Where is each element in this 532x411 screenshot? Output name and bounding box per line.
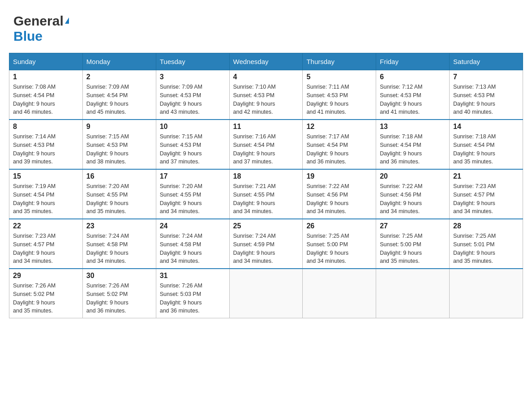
- day-info: Sunrise: 7:15 AMSunset: 4:53 PMDaylight:…: [86, 133, 152, 166]
- day-info: Sunrise: 7:18 AMSunset: 4:54 PMDaylight:…: [380, 133, 446, 166]
- day-info: Sunrise: 7:16 AMSunset: 4:54 PMDaylight:…: [233, 133, 299, 166]
- calendar-cell: 16Sunrise: 7:20 AMSunset: 4:55 PMDayligh…: [82, 169, 156, 219]
- day-number: 25: [233, 222, 299, 230]
- day-number: 3: [160, 73, 226, 81]
- calendar-week-row: 8Sunrise: 7:14 AMSunset: 4:53 PMDaylight…: [9, 120, 523, 169]
- day-number: 2: [86, 73, 152, 81]
- calendar-cell: 6Sunrise: 7:12 AMSunset: 4:53 PMDaylight…: [376, 70, 450, 120]
- calendar-table: SundayMondayTuesdayWednesdayThursdayFrid…: [9, 53, 523, 318]
- logo-triangle: [65, 17, 69, 24]
- calendar-cell: 14Sunrise: 7:18 AMSunset: 4:54 PMDayligh…: [450, 120, 523, 169]
- day-info: Sunrise: 7:25 AMSunset: 5:01 PMDaylight:…: [453, 232, 519, 265]
- calendar-cell: 12Sunrise: 7:17 AMSunset: 4:54 PMDayligh…: [303, 120, 376, 169]
- calendar-header-row: SundayMondayTuesdayWednesdayThursdayFrid…: [9, 53, 523, 70]
- day-info: Sunrise: 7:20 AMSunset: 4:55 PMDaylight:…: [86, 182, 152, 216]
- day-info: Sunrise: 7:26 AMSunset: 5:02 PMDaylight:…: [86, 282, 152, 315]
- day-number: 23: [86, 222, 152, 230]
- calendar-cell: 3Sunrise: 7:09 AMSunset: 4:53 PMDaylight…: [156, 70, 229, 120]
- calendar-cell: [376, 269, 450, 318]
- day-number: 18: [233, 172, 299, 180]
- day-info: Sunrise: 7:09 AMSunset: 4:54 PMDaylight:…: [86, 83, 152, 116]
- calendar-cell: 2Sunrise: 7:09 AMSunset: 4:54 PMDaylight…: [82, 70, 156, 120]
- logo: General Blue: [13, 13, 69, 44]
- calendar-week-row: 29Sunrise: 7:26 AMSunset: 5:02 PMDayligh…: [9, 269, 523, 318]
- day-info: Sunrise: 7:25 AMSunset: 5:00 PMDaylight:…: [380, 232, 446, 265]
- header-wednesday: Wednesday: [229, 53, 303, 70]
- day-info: Sunrise: 7:20 AMSunset: 4:55 PMDaylight:…: [160, 182, 226, 216]
- calendar-cell: 21Sunrise: 7:23 AMSunset: 4:57 PMDayligh…: [450, 169, 523, 219]
- day-number: 27: [380, 222, 446, 230]
- day-number: 31: [160, 272, 226, 280]
- day-info: Sunrise: 7:22 AMSunset: 4:56 PMDaylight:…: [380, 182, 446, 216]
- day-number: 16: [86, 172, 152, 180]
- calendar-cell: 15Sunrise: 7:19 AMSunset: 4:54 PMDayligh…: [9, 169, 83, 219]
- day-number: 24: [160, 222, 226, 230]
- day-number: 13: [380, 123, 446, 131]
- calendar-cell: 10Sunrise: 7:15 AMSunset: 4:53 PMDayligh…: [156, 120, 229, 169]
- day-info: Sunrise: 7:08 AMSunset: 4:54 PMDaylight:…: [13, 83, 79, 116]
- day-info: Sunrise: 7:21 AMSunset: 4:55 PMDaylight:…: [233, 182, 299, 216]
- day-info: Sunrise: 7:14 AMSunset: 4:53 PMDaylight:…: [13, 133, 79, 166]
- header-monday: Monday: [82, 53, 156, 70]
- day-info: Sunrise: 7:24 AMSunset: 4:58 PMDaylight:…: [160, 232, 226, 265]
- calendar-cell: [303, 269, 376, 318]
- calendar-cell: 26Sunrise: 7:25 AMSunset: 5:00 PMDayligh…: [303, 219, 376, 269]
- calendar-cell: 27Sunrise: 7:25 AMSunset: 5:00 PMDayligh…: [376, 219, 450, 269]
- day-number: 26: [306, 222, 372, 230]
- day-number: 15: [13, 172, 79, 180]
- calendar-cell: 24Sunrise: 7:24 AMSunset: 4:58 PMDayligh…: [156, 219, 229, 269]
- calendar-cell: 28Sunrise: 7:25 AMSunset: 5:01 PMDayligh…: [450, 219, 523, 269]
- calendar-cell: 29Sunrise: 7:26 AMSunset: 5:02 PMDayligh…: [9, 269, 83, 318]
- calendar-cell: 4Sunrise: 7:10 AMSunset: 4:53 PMDaylight…: [229, 70, 303, 120]
- day-number: 4: [233, 73, 299, 81]
- day-number: 8: [13, 123, 79, 131]
- calendar-cell: [229, 269, 303, 318]
- header-sunday: Sunday: [9, 53, 83, 70]
- day-number: 19: [306, 172, 372, 180]
- page-header: General Blue: [9, 9, 523, 44]
- day-number: 29: [13, 272, 79, 280]
- calendar-week-row: 15Sunrise: 7:19 AMSunset: 4:54 PMDayligh…: [9, 169, 523, 219]
- day-info: Sunrise: 7:13 AMSunset: 4:53 PMDaylight:…: [453, 83, 519, 116]
- day-number: 7: [453, 73, 519, 81]
- day-info: Sunrise: 7:25 AMSunset: 5:00 PMDaylight:…: [306, 232, 372, 265]
- day-info: Sunrise: 7:18 AMSunset: 4:54 PMDaylight:…: [453, 133, 519, 166]
- day-info: Sunrise: 7:23 AMSunset: 4:57 PMDaylight:…: [13, 232, 79, 265]
- calendar-cell: 1Sunrise: 7:08 AMSunset: 4:54 PMDaylight…: [9, 70, 83, 120]
- calendar-week-row: 1Sunrise: 7:08 AMSunset: 4:54 PMDaylight…: [9, 70, 523, 120]
- day-number: 9: [86, 123, 152, 131]
- day-number: 6: [380, 73, 446, 81]
- header-tuesday: Tuesday: [156, 53, 229, 70]
- day-number: 17: [160, 172, 226, 180]
- calendar-cell: 17Sunrise: 7:20 AMSunset: 4:55 PMDayligh…: [156, 169, 229, 219]
- calendar-cell: 18Sunrise: 7:21 AMSunset: 4:55 PMDayligh…: [229, 169, 303, 219]
- day-number: 11: [233, 123, 299, 131]
- day-number: 30: [86, 272, 152, 280]
- calendar-cell: 30Sunrise: 7:26 AMSunset: 5:02 PMDayligh…: [82, 269, 156, 318]
- day-info: Sunrise: 7:09 AMSunset: 4:53 PMDaylight:…: [160, 83, 226, 116]
- calendar-cell: 9Sunrise: 7:15 AMSunset: 4:53 PMDaylight…: [82, 120, 156, 169]
- day-info: Sunrise: 7:12 AMSunset: 4:53 PMDaylight:…: [380, 83, 446, 116]
- calendar-cell: 25Sunrise: 7:24 AMSunset: 4:59 PMDayligh…: [229, 219, 303, 269]
- day-number: 21: [453, 172, 519, 180]
- calendar-cell: 22Sunrise: 7:23 AMSunset: 4:57 PMDayligh…: [9, 219, 83, 269]
- calendar-cell: [450, 269, 523, 318]
- calendar-cell: 8Sunrise: 7:14 AMSunset: 4:53 PMDaylight…: [9, 120, 83, 169]
- day-info: Sunrise: 7:24 AMSunset: 4:59 PMDaylight:…: [233, 232, 299, 265]
- calendar-cell: 5Sunrise: 7:11 AMSunset: 4:53 PMDaylight…: [303, 70, 376, 120]
- day-info: Sunrise: 7:26 AMSunset: 5:02 PMDaylight:…: [13, 282, 79, 315]
- day-number: 10: [160, 123, 226, 131]
- day-info: Sunrise: 7:22 AMSunset: 4:56 PMDaylight:…: [306, 182, 372, 216]
- day-info: Sunrise: 7:23 AMSunset: 4:57 PMDaylight:…: [453, 182, 519, 216]
- calendar-week-row: 22Sunrise: 7:23 AMSunset: 4:57 PMDayligh…: [9, 219, 523, 269]
- day-info: Sunrise: 7:10 AMSunset: 4:53 PMDaylight:…: [233, 83, 299, 116]
- day-number: 28: [453, 222, 519, 230]
- day-info: Sunrise: 7:26 AMSunset: 5:03 PMDaylight:…: [160, 282, 226, 315]
- day-number: 22: [13, 222, 79, 230]
- calendar-cell: 31Sunrise: 7:26 AMSunset: 5:03 PMDayligh…: [156, 269, 229, 318]
- header-saturday: Saturday: [450, 53, 523, 70]
- calendar-cell: 19Sunrise: 7:22 AMSunset: 4:56 PMDayligh…: [303, 169, 376, 219]
- day-number: 1: [13, 73, 79, 81]
- calendar-cell: 20Sunrise: 7:22 AMSunset: 4:56 PMDayligh…: [376, 169, 450, 219]
- day-info: Sunrise: 7:17 AMSunset: 4:54 PMDaylight:…: [306, 133, 372, 166]
